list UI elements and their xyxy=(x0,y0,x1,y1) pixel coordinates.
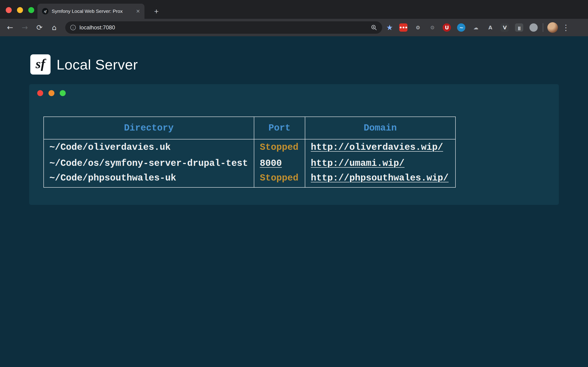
domain-link[interactable]: http://oliverdavies.wip/ xyxy=(311,142,443,152)
table-row: ~/Code/phpsouthwales-uk Stopped http://p… xyxy=(44,171,456,187)
table-header-row: Directory Port Domain xyxy=(44,117,456,139)
extension-v-icon[interactable]: V xyxy=(499,22,510,33)
table-row: ~/Code/oliverdavies.uk Stopped http://ol… xyxy=(44,139,456,155)
directory-cell: ~/Code/phpsouthwales-uk xyxy=(44,171,254,187)
terminal-dot-red-icon xyxy=(37,90,43,96)
address-bar[interactable]: i localhost:7080 xyxy=(65,21,382,34)
tab-favicon-icon: sf xyxy=(42,8,48,15)
home-icon[interactable]: ⌂ xyxy=(48,21,61,34)
column-header-directory: Directory xyxy=(44,117,254,139)
forward-icon: → xyxy=(18,21,31,34)
window-close-button[interactable] xyxy=(6,7,12,13)
new-tab-button[interactable]: + xyxy=(151,6,162,17)
port-cell: 8000 xyxy=(254,155,305,171)
extension-a-icon[interactable]: A xyxy=(485,22,496,33)
window-controls xyxy=(6,7,34,13)
domain-cell: http://oliverdavies.wip/ xyxy=(305,139,456,155)
symfony-logo-glyph: sf xyxy=(36,56,45,73)
port-link[interactable]: 8000 xyxy=(260,158,282,169)
window-zoom-button[interactable] xyxy=(28,7,34,13)
tab-title: Symfony Local Web Server: Prox xyxy=(52,8,133,14)
port-cell: Stopped xyxy=(254,171,305,187)
column-header-domain: Domain xyxy=(305,117,456,139)
domain-cell: http://umami.wip/ xyxy=(305,155,456,171)
terminal-dot-orange-icon xyxy=(48,90,54,96)
url-text[interactable]: localhost:7080 xyxy=(79,24,367,31)
ublock-icon[interactable]: U xyxy=(441,22,452,33)
directory-cell: ~/Code/os/symfony-server-drupal-test xyxy=(44,155,254,171)
window-minimize-button[interactable] xyxy=(17,7,23,13)
site-info-icon[interactable]: i xyxy=(70,25,76,30)
extension-blue-disc-icon[interactable]: ~ xyxy=(456,22,467,33)
browser-toolbar: ← → ⟳ ⌂ i localhost:7080 ★ •••⚙⚙U~☁AVꞁꞁ … xyxy=(0,19,588,36)
servers-table: Directory Port Domain ~/Code/oliverdavie… xyxy=(43,117,456,188)
extensions-area: •••⚙⚙U~☁AVꞁꞁ xyxy=(394,22,539,33)
page-title: Local Server xyxy=(57,56,138,73)
port-status: Stopped xyxy=(260,173,298,183)
domain-link[interactable]: http://umami.wip/ xyxy=(311,158,405,169)
github-icon[interactable] xyxy=(528,22,539,33)
column-header-port: Port xyxy=(254,117,305,139)
tab-strip: sf Symfony Local Web Server: Prox × + xyxy=(0,0,588,19)
brand-header: sf Local Server xyxy=(30,54,138,75)
extension-grid-icon[interactable]: ꞁꞁ xyxy=(514,22,525,33)
browser-menu-icon[interactable]: ⋮ xyxy=(562,23,570,32)
magnifier-icon[interactable] xyxy=(371,24,377,31)
reload-icon[interactable]: ⟳ xyxy=(33,21,46,34)
table-row: ~/Code/os/symfony-server-drupal-test 800… xyxy=(44,155,456,171)
extension-cloud-icon[interactable]: ☁ xyxy=(470,22,481,33)
domain-cell: http://phpsouthwales.wip/ xyxy=(305,171,456,187)
browser-tab[interactable]: sf Symfony Local Web Server: Prox × xyxy=(37,4,145,19)
tab-favicon-glyph: sf xyxy=(44,9,47,13)
symfony-logo: sf xyxy=(30,54,51,75)
port-status: Stopped xyxy=(260,142,298,152)
bookmark-star-icon[interactable]: ★ xyxy=(386,23,393,32)
back-icon[interactable]: ← xyxy=(4,21,17,34)
extension-dots-icon[interactable]: ••• xyxy=(398,22,409,33)
toolbar-divider xyxy=(543,23,543,32)
profile-avatar[interactable] xyxy=(547,22,558,33)
domain-link[interactable]: http://phpsouthwales.wip/ xyxy=(311,173,449,183)
directory-cell: ~/Code/oliverdavies.uk xyxy=(44,139,254,155)
extension-gear-dark-icon[interactable]: ⚙ xyxy=(427,22,438,33)
terminal-panel: Directory Port Domain ~/Code/oliverdavie… xyxy=(29,84,559,205)
terminal-dot-green-icon xyxy=(60,90,66,96)
browser-window: sf Symfony Local Web Server: Prox × + ← … xyxy=(0,0,588,367)
extension-gear-light-icon[interactable]: ⚙ xyxy=(412,22,423,33)
tab-close-icon[interactable]: × xyxy=(136,8,140,15)
page-content: sf Local Server Directory Port Domain xyxy=(0,36,588,367)
port-cell: Stopped xyxy=(254,139,305,155)
terminal-window-dots xyxy=(29,84,559,96)
